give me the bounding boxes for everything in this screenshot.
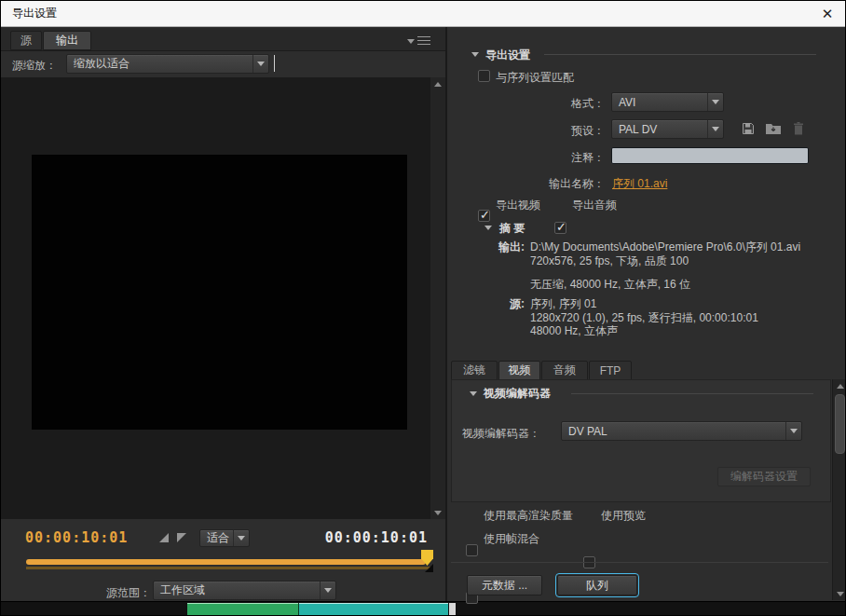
scroll-down-icon[interactable] <box>430 507 445 518</box>
tab-ftp-label: FTP <box>600 364 621 377</box>
tab-audio-label: 音频 <box>553 363 576 378</box>
match-sequence-label: 与序列设置匹配 <box>496 70 574 86</box>
use-max-quality-label: 使用最高渲染质量 <box>484 508 573 524</box>
preset-dropdown[interactable]: PAL DV <box>611 119 724 139</box>
work-area-bar[interactable] <box>26 559 426 565</box>
timeline-clip-green <box>187 603 299 616</box>
delete-preset-icon[interactable] <box>792 121 805 136</box>
source-range-dropdown[interactable]: 工作区域 <box>153 581 336 600</box>
panel-divider[interactable] <box>445 27 447 601</box>
source-range-value: 工作区域 <box>154 582 320 598</box>
summary-output-video: 720x576, 25 fps, 下场, 品质 100 <box>530 253 689 269</box>
comment-input[interactable] <box>611 147 809 164</box>
scrollbar-thumb[interactable] <box>835 394 845 454</box>
source-scaling-value: 缩放以适合 <box>67 56 252 72</box>
timeline-clip-teal <box>299 603 448 616</box>
tab-filters-label: 滤镜 <box>463 363 485 378</box>
tab-output-label: 输出 <box>56 33 78 48</box>
summary-disclosure-icon[interactable] <box>484 226 492 230</box>
preset-label: 预设： <box>523 123 605 139</box>
save-preset-icon[interactable] <box>741 121 756 136</box>
output-name-link[interactable]: 序列 01.avi <box>612 176 667 192</box>
video-codec-label: 视频编解码器： <box>462 426 540 442</box>
summary-header: 摘 要 <box>499 221 525 237</box>
preset-value: PAL DV <box>612 123 707 136</box>
chevron-down-icon <box>707 120 723 138</box>
timeline-track[interactable] <box>26 567 431 569</box>
section-rule <box>571 393 813 394</box>
video-codec-dropdown[interactable]: DV PAL <box>561 421 802 441</box>
use-max-quality-checkbox[interactable] <box>466 544 478 556</box>
output-name-label: 输出名称： <box>512 176 605 192</box>
duration-timecode: 00:00:10:01 <box>324 529 428 546</box>
panel-menu-icon[interactable] <box>407 35 430 47</box>
tab-audio[interactable]: 音频 <box>541 361 588 380</box>
use-frame-blending-label: 使用帧混合 <box>484 531 539 547</box>
summary-output-audio: 无压缩, 48000 Hz, 立体声, 16 位 <box>530 277 690 293</box>
codec-settings-button[interactable]: 编解码器设置 <box>717 467 811 486</box>
set-in-point-icon[interactable] <box>159 533 169 542</box>
export-settings-dialog: 导出设置 ✕ 源 输出 源缩放： 缩放以适合 00:00:10:01 适合 00… <box>0 0 846 616</box>
dialog-title: 导出设置 <box>12 6 57 21</box>
format-dropdown[interactable]: AVI <box>611 92 724 112</box>
chevron-down-icon <box>707 93 723 111</box>
source-scaling-label: 源缩放： <box>12 58 57 74</box>
bottom-divider <box>451 562 828 563</box>
chevron-down-icon <box>320 582 335 599</box>
chevron-down-icon <box>233 530 249 546</box>
use-previews-label: 使用预览 <box>601 508 646 524</box>
text-cursor <box>274 55 275 72</box>
tab-filters[interactable]: 滤镜 <box>451 361 498 380</box>
right-panel-scrollbar[interactable] <box>832 379 846 600</box>
metadata-button[interactable]: 元数据 ... <box>467 575 542 595</box>
dialog-titlebar: 导出设置 ✕ <box>1 1 845 27</box>
summary-source-label: 源: <box>467 296 525 312</box>
close-icon[interactable]: ✕ <box>817 4 838 24</box>
match-sequence-checkbox[interactable] <box>478 70 490 82</box>
set-out-point-icon[interactable] <box>177 533 186 542</box>
zoom-level-dropdown[interactable]: 适合 <box>199 529 250 547</box>
export-settings-header: 导出设置 <box>485 48 530 63</box>
export-audio-checkbox[interactable] <box>554 222 566 234</box>
scroll-down-icon[interactable] <box>833 588 846 599</box>
summary-output-label: 输出: <box>467 240 525 255</box>
scroll-up-icon[interactable] <box>430 78 445 89</box>
tab-video-label: 视频 <box>509 363 531 378</box>
scroll-up-icon[interactable] <box>833 380 846 391</box>
current-timecode[interactable]: 00:00:10:01 <box>25 529 128 546</box>
video-codec-header: 视频编解码器 <box>484 386 551 402</box>
section-rule <box>544 54 816 55</box>
preview-scrollbar[interactable] <box>430 77 445 519</box>
video-preview <box>32 155 407 430</box>
tab-ftp[interactable]: FTP <box>589 361 632 380</box>
export-disclosure-icon[interactable] <box>471 52 479 57</box>
tab-source-label: 源 <box>20 33 32 48</box>
tab-output[interactable]: 输出 <box>43 31 91 50</box>
import-preset-icon[interactable] <box>765 122 782 135</box>
summary-source-audio: 48000 Hz, 立体声 <box>530 323 618 339</box>
source-range-label: 源范围： <box>106 585 151 601</box>
export-video-checkbox[interactable] <box>478 210 490 222</box>
source-scaling-dropdown[interactable]: 缩放以适合 <box>66 54 269 74</box>
export-video-label: 导出视频 <box>496 198 540 213</box>
codec-disclosure-icon[interactable] <box>470 391 477 396</box>
comment-label: 注释： <box>523 150 605 166</box>
chevron-down-icon <box>407 39 415 44</box>
queue-button[interactable]: 队列 <box>557 575 637 595</box>
background-timeline-strip <box>1 602 846 616</box>
video-codec-value: DV PAL <box>562 425 785 438</box>
chevron-down-icon <box>252 55 268 73</box>
chevron-down-icon <box>785 422 801 440</box>
zoom-level-value: 适合 <box>200 530 233 546</box>
timeline-clip-light <box>449 603 456 616</box>
tab-video[interactable]: 视频 <box>498 361 540 380</box>
menu-lines <box>417 36 430 47</box>
export-audio-label: 导出音频 <box>572 198 617 213</box>
format-label: 格式： <box>523 96 605 112</box>
tab-source[interactable]: 源 <box>10 31 42 50</box>
timeline-end-cap <box>425 564 433 572</box>
format-value: AVI <box>612 96 707 109</box>
